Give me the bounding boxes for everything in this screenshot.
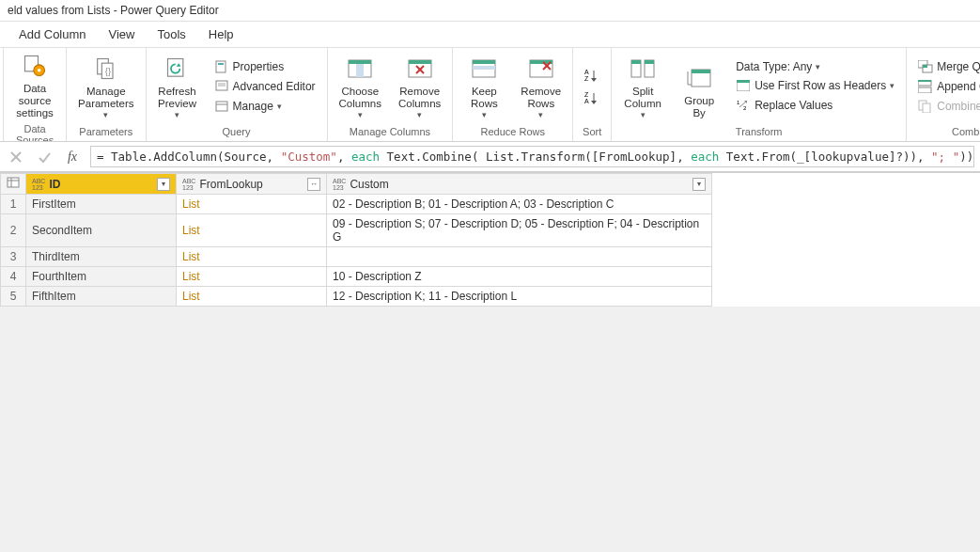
remove-rows-icon <box>528 55 554 82</box>
sort-desc-icon: ZA <box>584 90 599 105</box>
data-type-button[interactable]: Data Type: Any <box>734 59 896 74</box>
cell-custom[interactable]: 02 - Description B; 01 - Description A; … <box>327 195 712 214</box>
table-row[interactable]: 3ThirdItemList <box>1 247 712 267</box>
menu-add-column[interactable]: Add Column <box>19 27 86 41</box>
cell-custom[interactable]: 12 - Description K; 11 - Description L <box>327 287 712 307</box>
cell-id[interactable]: FirstItem <box>26 195 177 214</box>
svg-text:2: 2 <box>743 105 747 111</box>
sort-asc-icon: AZ <box>584 68 599 83</box>
row-number[interactable]: 4 <box>1 267 26 287</box>
cell-id[interactable]: ThirdItem <box>26 247 177 267</box>
cell-id[interactable]: FourthItem <box>26 267 177 287</box>
svg-text:Z: Z <box>584 75 589 82</box>
cell-fromlookup[interactable]: List <box>177 247 327 267</box>
properties-button[interactable]: Properties <box>212 58 318 75</box>
sort-asc-button[interactable]: AZ <box>583 67 601 84</box>
manage-button[interactable]: Manage <box>212 98 318 115</box>
split-column-button[interactable]: Split Column <box>617 52 668 121</box>
svg-text:A: A <box>584 69 589 75</box>
group-by-button[interactable]: Group By <box>674 52 724 121</box>
type-any-icon: ABC123 <box>182 178 195 191</box>
row-number[interactable]: 5 <box>1 287 26 307</box>
advanced-editor-icon <box>214 79 229 94</box>
table-row[interactable]: 1FirstItemList02 - Description B; 01 - D… <box>1 195 712 214</box>
ribbon-group-transform: Split Column Group By Data Type: Any Use… <box>612 48 907 141</box>
remove-columns-icon <box>407 55 433 82</box>
split-column-icon <box>630 55 656 82</box>
svg-rect-8 <box>216 61 226 72</box>
row-number[interactable]: 3 <box>1 247 26 267</box>
svg-rect-40 <box>645 60 654 64</box>
formula-cancel-button[interactable] <box>6 147 26 167</box>
refresh-preview-button[interactable]: Refresh Preview <box>152 52 203 121</box>
column-expand-fromlookup[interactable]: ↔ <box>307 178 320 191</box>
svg-rect-59 <box>8 178 19 187</box>
refresh-icon <box>164 55 191 82</box>
sort-desc-button[interactable]: ZA <box>583 89 601 106</box>
menu-help[interactable]: Help <box>209 27 234 41</box>
remove-rows-button[interactable]: Remove Rows <box>515 52 567 121</box>
window-title: eld values from Lists - Power Query Edit… <box>8 4 219 17</box>
keep-rows-button[interactable]: Keep Rows <box>459 52 509 121</box>
formula-input[interactable]: = Table.AddColumn(Source, "Custom", each… <box>90 146 974 167</box>
table-row[interactable]: 4FourthItemList10 - Description Z <box>1 267 712 287</box>
menu-view[interactable]: View <box>109 27 135 41</box>
row-number[interactable]: 1 <box>1 195 26 214</box>
fx-icon[interactable]: fx <box>62 147 83 167</box>
table-row[interactable]: 2SecondItemList09 - Description S; 07 - … <box>1 214 712 247</box>
headers-icon <box>736 78 751 93</box>
remove-columns-button[interactable]: Remove Columns <box>393 52 446 121</box>
svg-rect-19 <box>409 60 431 64</box>
cell-custom[interactable]: 10 - Description Z <box>327 267 712 287</box>
manage-parameters-button[interactable]: {} Manage Parameters <box>72 52 139 121</box>
advanced-editor-button[interactable]: Advanced Editor <box>212 78 318 95</box>
svg-point-2 <box>38 69 41 72</box>
svg-rect-53 <box>918 87 931 93</box>
table-row[interactable]: 5FifthItemList12 - Description K; 11 - D… <box>1 287 712 307</box>
cell-id[interactable]: FifthItem <box>26 287 177 307</box>
cell-custom[interactable] <box>327 247 712 267</box>
column-header-custom[interactable]: ABC123 Custom ▾ <box>327 174 712 195</box>
svg-text:{}: {} <box>105 67 111 76</box>
ribbon-group-reduce-rows: Keep Rows Remove Rows Reduce Rows <box>453 48 573 141</box>
cell-custom[interactable]: 09 - Description S; 07 - Description D; … <box>327 214 712 247</box>
cell-id[interactable]: SecondItem <box>26 214 177 247</box>
append-queries-button[interactable]: Append Queries <box>916 78 980 95</box>
column-header-id[interactable]: ABC123 ID ▾ <box>26 174 177 195</box>
column-header-fromlookup[interactable]: ABC123 FromLookup ↔ <box>177 174 327 195</box>
column-filter-id[interactable]: ▾ <box>157 178 170 191</box>
cell-fromlookup[interactable]: List <box>177 195 327 214</box>
parameters-icon: {} <box>93 55 119 82</box>
table-corner-button[interactable] <box>1 174 26 195</box>
gear-settings-icon <box>22 53 48 79</box>
menu-bar: Add Column View Tools Help <box>0 22 980 48</box>
svg-text:1: 1 <box>737 100 740 105</box>
ribbon-group-combine: Merge Queries Append Queries Combine Fil… <box>907 48 980 141</box>
keep-rows-icon <box>471 55 497 82</box>
first-row-headers-button[interactable]: Use First Row as Headers <box>734 77 896 94</box>
svg-rect-39 <box>631 60 641 64</box>
replace-values-button[interactable]: 12 Replace Values <box>734 97 896 114</box>
group-by-icon <box>686 65 712 91</box>
combine-files-button[interactable]: Combine Files <box>916 98 980 115</box>
formula-commit-button[interactable] <box>34 147 54 167</box>
choose-columns-button[interactable]: Choose Columns <box>334 52 387 121</box>
manage-icon <box>214 99 229 114</box>
cell-fromlookup[interactable]: List <box>177 287 327 307</box>
svg-rect-17 <box>356 64 364 77</box>
row-number[interactable]: 2 <box>1 214 26 247</box>
svg-rect-16 <box>349 60 371 64</box>
svg-rect-54 <box>918 80 931 82</box>
svg-rect-9 <box>218 63 224 65</box>
cell-fromlookup[interactable]: List <box>177 214 327 247</box>
svg-rect-24 <box>473 66 495 70</box>
replace-values-icon: 12 <box>736 98 751 113</box>
type-any-icon: ABC123 <box>32 178 45 191</box>
column-filter-custom[interactable]: ▾ <box>692 178 706 191</box>
merge-queries-button[interactable]: Merge Queries <box>916 58 980 75</box>
type-any-icon: ABC123 <box>333 178 346 191</box>
menu-tools[interactable]: Tools <box>158 27 186 41</box>
svg-rect-23 <box>473 60 495 64</box>
cell-fromlookup[interactable]: List <box>177 267 327 287</box>
data-source-settings-button[interactable]: Data source settings <box>9 52 60 121</box>
